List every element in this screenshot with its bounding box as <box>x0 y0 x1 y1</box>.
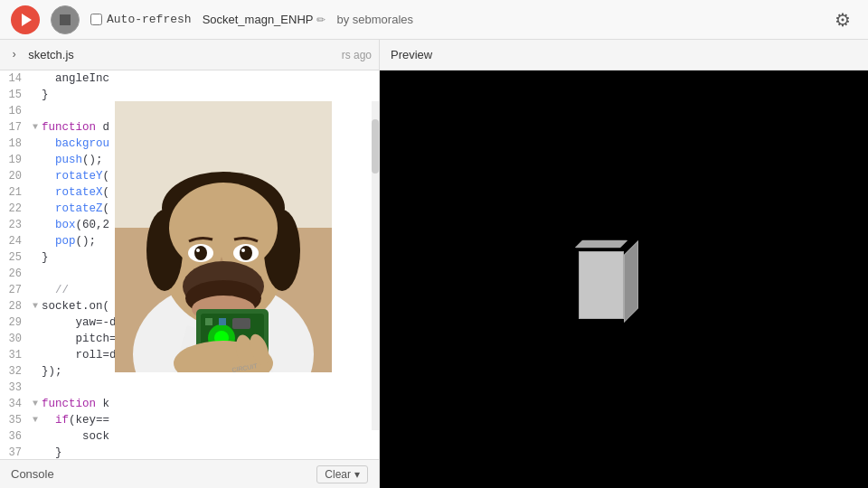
code-line-34: 34 ▼ function k <box>0 396 379 412</box>
code-line-33: 33 <box>0 380 379 396</box>
svg-point-12 <box>240 246 252 260</box>
tab-time-text: rs ago <box>342 49 372 61</box>
preview-tabs: Preview <box>380 40 868 70</box>
tab-time: rs ago <box>342 49 372 61</box>
code-area[interactable]: 14 angleInc 15 } 16 17 ▼ function d <box>0 70 379 459</box>
box-right-face <box>624 240 638 323</box>
console-label: Console <box>11 467 54 481</box>
toolbar: Auto-refresh Socket_magn_ENHP ✏ by sebmo… <box>0 0 868 40</box>
code-line-35: 35 ▼ if(key== <box>0 412 379 428</box>
sketch-name-text: Socket_magn_ENHP <box>203 13 314 26</box>
preview-canvas <box>380 70 868 488</box>
auto-refresh-text: Auto-refresh <box>107 13 192 26</box>
scrollbar-thumb[interactable] <box>372 119 379 174</box>
code-line-36: 36 sock <box>0 428 379 445</box>
webcam-video: CIRCUIT <box>115 101 332 372</box>
editor-tabs: › sketch.js rs ago <box>0 40 379 70</box>
play-button[interactable] <box>11 5 40 34</box>
svg-point-11 <box>194 246 207 260</box>
edit-icon[interactable]: ✏ <box>316 14 326 26</box>
console-bar: Console Clear ▾ <box>0 459 379 488</box>
svg-rect-22 <box>205 318 212 325</box>
clear-button[interactable]: Clear ▾ <box>316 465 368 483</box>
code-line-37: 37 } <box>0 445 379 459</box>
chevron-down-icon: ▾ <box>354 468 360 481</box>
preview-label: Preview <box>391 48 432 61</box>
svg-point-14 <box>241 249 245 252</box>
webcam-overlay: CIRCUIT <box>115 101 332 372</box>
box-front-face <box>579 251 624 319</box>
stop-button[interactable] <box>51 5 80 34</box>
clear-label: Clear <box>325 468 351 481</box>
sketch-name: Socket_magn_ENHP ✏ <box>203 13 326 26</box>
code-line-14: 14 angleInc <box>0 70 379 87</box>
svg-point-8 <box>169 183 278 273</box>
svg-rect-23 <box>219 318 226 325</box>
svg-rect-24 <box>232 318 250 329</box>
editor-scrollbar[interactable] <box>372 101 379 430</box>
tab-arrow[interactable]: › <box>7 47 21 63</box>
svg-point-13 <box>196 249 200 252</box>
auto-refresh-label: Auto-refresh <box>90 13 192 26</box>
by-label: by sebmorales <box>336 13 413 26</box>
auto-refresh-checkbox[interactable] <box>90 14 102 25</box>
3d-box <box>579 251 633 324</box>
box-top-face <box>575 240 627 248</box>
editor-panel: › sketch.js rs ago 14 angleInc 15 } 1 <box>0 40 380 488</box>
preview-panel: Preview <box>380 40 868 488</box>
main-content: › sketch.js rs ago 14 angleInc 15 } 1 <box>0 40 868 488</box>
tab-filename[interactable]: sketch.js <box>28 48 74 61</box>
settings-button[interactable]: ⚙ <box>828 5 857 34</box>
